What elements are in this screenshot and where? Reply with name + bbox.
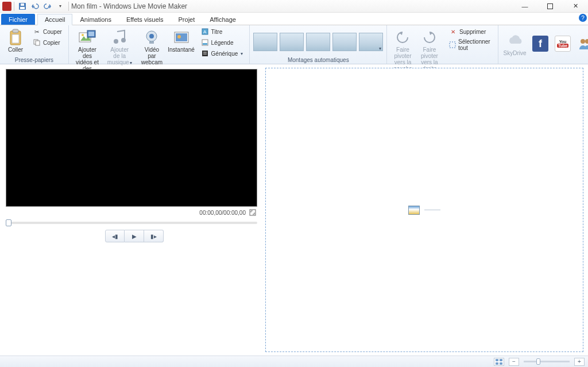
statusbar: − +: [0, 356, 588, 367]
svg-rect-8: [36, 41, 40, 45]
qat-separator: [68, 2, 69, 11]
svg-rect-6: [12, 34, 19, 43]
storyboard-icon: [496, 359, 502, 365]
next-frame-button[interactable]: ▮▸: [144, 230, 164, 242]
people-icon: [577, 36, 588, 52]
svg-rect-5: [13, 29, 18, 33]
group-share-label: Partager: [502, 61, 588, 68]
timeline-pane[interactable]: [265, 68, 583, 352]
snapshot-button[interactable]: Instantané: [169, 26, 194, 55]
maximize-icon: [547, 3, 553, 9]
title-button[interactable]: ATitre: [198, 26, 246, 37]
help-button[interactable]: ?: [579, 14, 587, 22]
webcam-video-label: Vidéo par webcam: [140, 47, 164, 65]
svg-rect-38: [496, 359, 498, 361]
preview-time-row: 00:00,00/00:00,00: [6, 207, 257, 218]
rotate-right-button[interactable]: Faire pivoter vers la droite: [417, 26, 442, 74]
svg-point-21: [177, 35, 181, 38]
youtube-button[interactable]: YouTube: [553, 34, 573, 53]
window-title: Mon film - Windows Live Movie Maker: [71, 2, 187, 10]
webcam-video-button[interactable]: Vidéo par webcam: [137, 26, 167, 67]
tab-file[interactable]: Fichier: [1, 14, 35, 25]
undo-icon[interactable]: [30, 2, 40, 11]
facebook-icon: f: [532, 36, 548, 52]
seek-thumb[interactable]: [6, 219, 11, 226]
minimize-button[interactable]: —: [512, 0, 537, 13]
titlebar: ▾ Mon film - Windows Live Movie Maker — …: [0, 0, 588, 13]
drop-hint: [408, 206, 440, 215]
facebook-button[interactable]: f: [530, 34, 550, 53]
copy-label: Copier: [43, 40, 60, 46]
cut-label: Couper: [43, 29, 62, 35]
redo-icon[interactable]: [43, 2, 52, 11]
automontage-thumb-2[interactable]: [280, 33, 304, 51]
group-clipboard: Coller ✂Couper Copier Presse-papiers: [0, 25, 69, 64]
minimize-icon: —: [522, 3, 528, 10]
automontage-thumb-3[interactable]: [306, 33, 330, 51]
add-music-label: Ajouter de la musique▾: [107, 47, 132, 66]
svg-rect-40: [496, 362, 498, 365]
svg-point-15: [121, 38, 126, 43]
maximize-button[interactable]: [537, 0, 563, 13]
group-clipboard-label: Presse-papiers: [3, 57, 65, 64]
svg-rect-29: [450, 42, 455, 48]
zoom-in-button[interactable]: +: [574, 358, 585, 366]
snapshot-icon: [172, 28, 191, 47]
automontage-more-button[interactable]: [359, 33, 383, 51]
tab-accueil[interactable]: Accueil: [37, 14, 72, 25]
rotate-left-icon: [393, 28, 412, 47]
group-edit: Faire pivoter vers la gauche Faire pivot…: [387, 25, 498, 64]
view-storyboard-button[interactable]: [494, 358, 504, 366]
tab-animations[interactable]: Animations: [72, 14, 118, 25]
qat-dropdown-icon[interactable]: ▾: [56, 2, 65, 11]
paste-label: Coller: [8, 47, 23, 53]
caption-icon: [201, 38, 209, 47]
prev-frame-button[interactable]: ◂▮: [105, 230, 125, 242]
zoom-out-button[interactable]: −: [509, 358, 519, 366]
tab-effets-visuels[interactable]: Effets visuels: [119, 14, 171, 25]
rotate-left-button[interactable]: Faire pivoter vers la gauche: [390, 26, 415, 74]
caption-button[interactable]: Légende: [198, 37, 246, 48]
credits-button[interactable]: Générique▾: [198, 48, 246, 59]
drop-hint-line: [424, 210, 440, 210]
skydrive-label: SkyDrive: [504, 50, 527, 56]
svg-rect-41: [500, 362, 502, 365]
plus-icon: +: [578, 358, 581, 365]
delete-button[interactable]: ✕Supprimer: [446, 26, 494, 37]
youtube-icon: YouTube: [555, 36, 571, 52]
select-all-button[interactable]: Sélectionner tout: [446, 37, 494, 52]
preview-pane: 00:00,00/00:00,00 ◂▮ ▶ ▮▸: [0, 64, 263, 356]
close-button[interactable]: ✕: [563, 0, 588, 13]
paste-button[interactable]: Coller: [3, 26, 28, 55]
svg-point-30: [581, 39, 585, 44]
group-automontages-label: Montages automatiques: [253, 57, 383, 64]
zoom-thumb[interactable]: [536, 358, 540, 365]
preview-video: [6, 69, 257, 207]
zoom-slider[interactable]: [524, 361, 570, 362]
next-frame-icon: ▮▸: [150, 233, 157, 239]
add-music-button[interactable]: Ajouter de la musique▾: [105, 26, 134, 68]
copy-button[interactable]: Copier: [30, 37, 65, 48]
svg-text:A: A: [203, 29, 207, 34]
drop-hint-icon: [408, 206, 420, 215]
title-label: Titre: [211, 29, 223, 35]
svg-point-17: [149, 34, 154, 38]
groups-button[interactable]: [575, 34, 588, 53]
svg-rect-26: [202, 51, 208, 56]
tab-affichage[interactable]: Affichage: [202, 14, 243, 25]
svg-rect-39: [500, 359, 502, 361]
skydrive-button[interactable]: SkyDrive: [502, 30, 528, 58]
svg-rect-13: [88, 32, 94, 36]
automontage-thumb-4[interactable]: [332, 33, 357, 51]
seek-slider[interactable]: [6, 222, 257, 224]
tab-projet[interactable]: Projet: [171, 14, 203, 25]
play-button[interactable]: ▶: [125, 230, 144, 242]
fullscreen-icon[interactable]: [249, 209, 256, 216]
cut-button[interactable]: ✂Couper: [30, 26, 65, 37]
automontage-thumb-1[interactable]: [253, 33, 277, 51]
save-icon[interactable]: [18, 2, 27, 11]
group-automontages: Montages automatiques: [250, 25, 387, 64]
photo-video-icon: [78, 28, 96, 47]
app-icon: [2, 2, 11, 11]
svg-rect-2: [21, 3, 24, 6]
